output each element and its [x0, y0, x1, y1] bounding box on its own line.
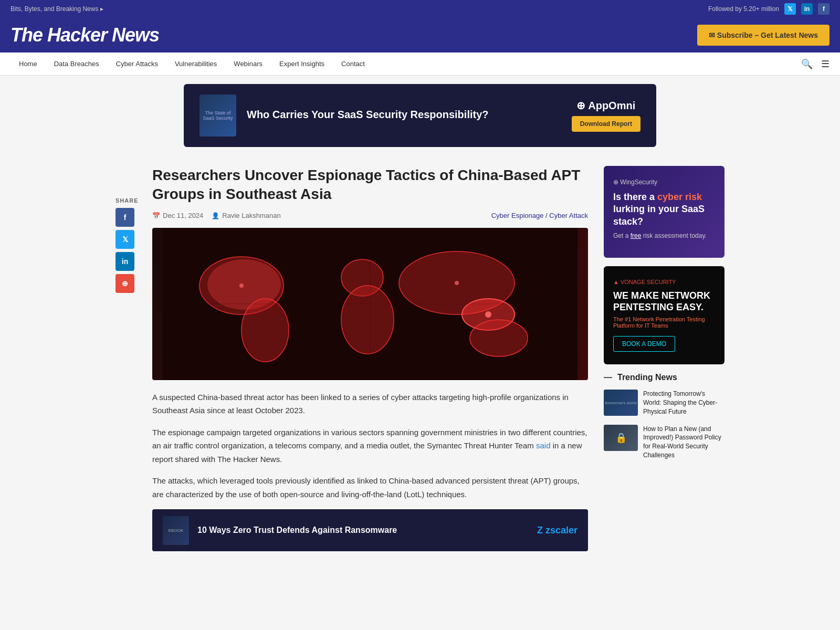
nav-contact[interactable]: Contact	[333, 52, 373, 75]
wing-security-ad[interactable]: ⊕ WingSecurity Is there a cyber risk lur…	[604, 166, 724, 258]
share-linkedin-button[interactable]: in	[116, 252, 134, 271]
followers-text: Followed by 5.20+ million	[708, 5, 779, 13]
vonage-ad-sub: The #1 Network Penetration Testing Platf…	[613, 316, 715, 329]
article-hero-image	[152, 228, 588, 380]
article-category[interactable]: Cyber Espionage / Cyber Attack	[491, 212, 588, 219]
ad-bottom-text: 10 Ways Zero Trust Defends Against Ranso…	[197, 526, 397, 535]
linkedin-icon[interactable]: in	[801, 3, 813, 15]
wing-ad-title: Is there a cyber risk lurking in your Sa…	[613, 191, 715, 228]
banner-ad: The State of SaaS Security Who Carries Y…	[184, 84, 656, 147]
tagline[interactable]: Bits, Bytes, and Breaking News ▸	[10, 5, 103, 13]
zscaler-logo: Z zscaler	[537, 525, 578, 536]
article-meta: Dec 11, 2024 Ravie Lakshmanan Cyber Espi…	[152, 212, 588, 219]
menu-icon[interactable]: ☰	[821, 58, 830, 70]
article-paragraph-1: A suspected China-based threat actor has…	[152, 391, 588, 417]
svg-point-5	[242, 299, 289, 362]
trending-title-1[interactable]: Protecting Tomorrow's World: Shaping the…	[643, 390, 724, 416]
article-meta-left: Dec 11, 2024 Ravie Lakshmanan	[152, 212, 281, 219]
appomni-logo: ⊕ AppOmni	[576, 99, 635, 112]
site-logo[interactable]: The Hacker News	[10, 24, 159, 46]
article-title: Researchers Uncover Espionage Tactics of…	[152, 166, 588, 204]
trending-thumb-2: 🔒	[604, 425, 638, 451]
vonage-ad[interactable]: ▲ VONAGE SECURITY WE MAKE NETWORK PENTES…	[604, 266, 724, 364]
nav-vulnerabilities[interactable]: Vulnerabilities	[166, 52, 225, 75]
nav-links: Home Data Breaches Cyber Attacks Vulnera…	[10, 52, 373, 75]
book-demo-button[interactable]: BOOK A DEMO	[613, 336, 675, 352]
article-author: Ravie Lakshmanan	[212, 212, 280, 219]
trending-item-1[interactable]: tomorrow's world Protecting Tomorrow's W…	[604, 390, 724, 416]
share-sidebar: SHARE f 𝕏 in ⊕	[116, 166, 136, 551]
nav-data-breaches[interactable]: Data Breaches	[46, 52, 108, 75]
vonage-logo: ▲ VONAGE SECURITY	[613, 279, 715, 285]
banner-ad-heading: Who Carries Your SaaS Security Responsib…	[247, 109, 489, 121]
trending-thumb-1: tomorrow's world	[604, 390, 638, 416]
share-facebook-button[interactable]: f	[116, 208, 134, 227]
banner-ad-book: The State of SaaS Security	[200, 94, 236, 136]
nav-cyber-attacks[interactable]: Cyber Attacks	[108, 52, 166, 75]
article-body: A suspected China-based threat actor has…	[152, 391, 588, 501]
nav-icons: 🔍 ☰	[801, 58, 830, 70]
download-report-button[interactable]: Download Report	[572, 116, 640, 132]
subscribe-button[interactable]: ✉ Subscribe – Get Latest News	[697, 25, 830, 46]
article-date: Dec 11, 2024	[152, 212, 203, 219]
article-main: Researchers Uncover Espionage Tactics of…	[152, 166, 588, 551]
facebook-icon[interactable]: f	[818, 3, 830, 15]
share-twitter-button[interactable]: 𝕏	[116, 230, 134, 249]
trending-header: Trending News	[604, 373, 724, 382]
nav-home[interactable]: Home	[10, 52, 46, 75]
author-icon	[212, 212, 219, 219]
main-container: SHARE f 𝕏 in ⊕ Researchers Uncover Espio…	[105, 155, 735, 562]
svg-point-15	[470, 320, 528, 356]
ad-ebook-thumb: EBOOK	[163, 516, 189, 545]
wing-ad-sub: Get a free risk assessment today.	[613, 232, 715, 239]
search-icon[interactable]: 🔍	[801, 58, 813, 70]
nav-expert-insights[interactable]: Expert Insights	[271, 52, 333, 75]
banner-ad-text: Who Carries Your SaaS Security Responsib…	[247, 109, 489, 123]
article-bottom-ad[interactable]: EBOOK 10 Ways Zero Trust Defends Against…	[152, 509, 588, 551]
svg-point-18	[239, 284, 244, 288]
sidebar: ⊕ WingSecurity Is there a cyber risk lur…	[604, 166, 724, 551]
wing-logo: ⊕ WingSecurity	[613, 178, 715, 186]
trending-title-2[interactable]: How to Plan a New (and Improved!) Passwo…	[643, 425, 724, 460]
navigation: Home Data Breaches Cyber Attacks Vulnera…	[0, 52, 840, 76]
top-bar-right: Followed by 5.20+ million 𝕏 in f	[708, 3, 830, 15]
article-paragraph-3: The attacks, which leveraged tools previ…	[152, 474, 588, 501]
banner-ad-logo: ⊕ AppOmni Download Report	[572, 99, 640, 132]
article-paragraph-2: The espionage campaign targeted organiza…	[152, 426, 588, 466]
header: The Hacker News ✉ Subscribe – Get Latest…	[0, 18, 840, 52]
svg-point-16	[485, 311, 491, 318]
wing-highlight: cyber risk	[657, 192, 702, 202]
svg-point-17	[455, 281, 459, 285]
nav-webinars[interactable]: Webinars	[225, 52, 271, 75]
vonage-ad-title: WE MAKE NETWORK PENTESTING EASY.	[613, 290, 715, 313]
trending-section: Trending News tomorrow's world Protectin…	[604, 373, 724, 460]
share-more-button[interactable]: ⊕	[116, 274, 134, 293]
share-label: SHARE	[116, 197, 136, 204]
svg-point-9	[341, 286, 394, 354]
calendar-icon	[152, 212, 160, 219]
trending-item-2[interactable]: 🔒 How to Plan a New (and Improved!) Pass…	[604, 425, 724, 460]
twitter-icon[interactable]: 𝕏	[784, 3, 796, 15]
said-link[interactable]: said	[536, 441, 551, 450]
top-bar: Bits, Bytes, and Breaking News ▸ Followe…	[0, 0, 840, 18]
